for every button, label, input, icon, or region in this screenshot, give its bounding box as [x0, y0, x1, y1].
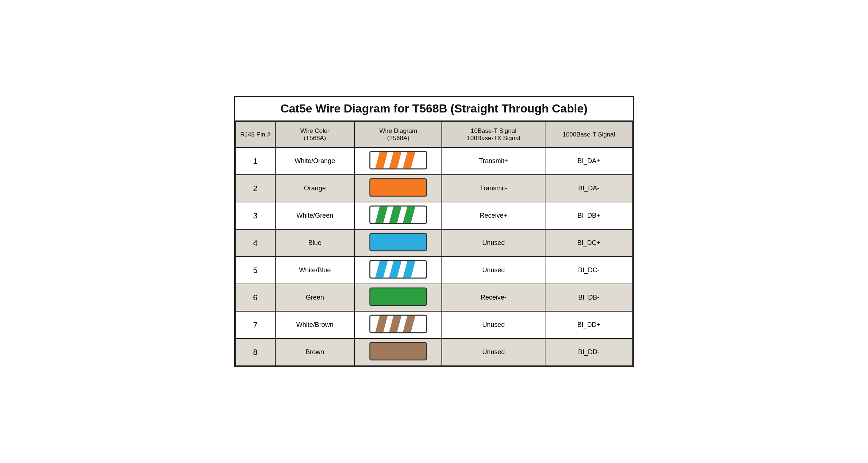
color-cell: Blue: [275, 229, 355, 257]
header-gig: 1000Base-T Signal: [545, 122, 632, 147]
signal-cell: Transmit-: [442, 175, 545, 202]
color-cell: White/Orange: [275, 147, 355, 175]
pin-cell: 1: [236, 147, 275, 175]
wire-diagram: [369, 260, 427, 279]
gig-signal-cell: BI_DB-: [545, 284, 632, 311]
gig-signal-cell: BI_DB+: [545, 202, 632, 229]
table-row: 7White/Brown UnusedBI_DD+: [236, 311, 633, 339]
wire-diagram: [369, 178, 427, 197]
pin-cell: 7: [236, 311, 275, 339]
wire-diagram: [369, 342, 427, 361]
color-cell: White/Blue: [275, 257, 355, 284]
signal-cell: Unused: [442, 229, 545, 257]
signal-cell: Receive-: [442, 284, 545, 311]
color-cell: White/Green: [275, 202, 355, 229]
wire-diagram: [369, 205, 427, 224]
svg-rect-27: [370, 343, 427, 360]
signal-cell: Transmit+: [442, 147, 545, 175]
signal-cell: Unused: [442, 257, 545, 284]
diagram-cell: [355, 147, 442, 175]
diagram-container: Cat5e Wire Diagram for T568B (Straight T…: [234, 96, 634, 367]
header-pin: RJ45 Pin #: [236, 122, 275, 147]
table-header-row: RJ45 Pin # Wire Color(T568A) Wire Diagra…: [236, 122, 633, 147]
gig-signal-cell: BI_DA+: [545, 147, 632, 175]
wire-diagram: [369, 151, 427, 170]
color-cell: Brown: [275, 339, 355, 366]
table-row: 1White/Orange Transmit+BI_DA+: [236, 147, 633, 175]
table-body: 1White/Orange Transmit+BI_DA+2Orange Tra…: [236, 147, 633, 366]
svg-rect-13: [370, 233, 427, 251]
signal-cell: Unused: [442, 311, 545, 339]
diagram-cell: [355, 202, 442, 229]
table-row: 5White/Blue UnusedBI_DC-: [236, 257, 633, 284]
table-row: 2Orange Transmit-BI_DA-: [236, 175, 633, 202]
table-row: 6Green Receive-BI_DB-: [236, 284, 633, 311]
wire-diagram: [369, 314, 427, 333]
diagram-cell: [355, 311, 442, 339]
diagram-cell: [355, 339, 442, 366]
diagram-cell: [355, 229, 442, 257]
diagram-cell: [355, 284, 442, 311]
color-cell: White/Brown: [275, 311, 355, 339]
wire-diagram: [369, 233, 427, 252]
table-row: 3White/Green Receive+BI_DB+: [236, 202, 633, 229]
wire-table: RJ45 Pin # Wire Color(T568A) Wire Diagra…: [235, 122, 633, 366]
color-cell: Green: [275, 284, 355, 311]
pin-cell: 8: [236, 339, 275, 366]
color-cell: Orange: [275, 175, 355, 202]
pin-cell: 6: [236, 284, 275, 311]
diagram-cell: [355, 257, 442, 284]
signal-cell: Unused: [442, 339, 545, 366]
gig-signal-cell: BI_DA-: [545, 175, 632, 202]
signal-cell: Receive+: [442, 202, 545, 229]
diagram-title: Cat5e Wire Diagram for T568B (Straight T…: [235, 97, 633, 122]
pin-cell: 4: [236, 229, 275, 257]
svg-rect-20: [370, 288, 427, 305]
table-row: 8Brown UnusedBI_DD-: [236, 339, 633, 366]
gig-signal-cell: BI_DD-: [545, 339, 632, 366]
pin-cell: 5: [236, 257, 275, 284]
pin-cell: 2: [236, 175, 275, 202]
gig-signal-cell: BI_DC-: [545, 257, 632, 284]
table-row: 4Blue UnusedBI_DC+: [236, 229, 633, 257]
pin-cell: 3: [236, 202, 275, 229]
svg-rect-6: [370, 179, 427, 196]
diagram-cell: [355, 175, 442, 202]
header-diagram: Wire Diagram(T568A): [355, 122, 442, 147]
gig-signal-cell: BI_DD+: [545, 311, 632, 339]
header-signal: 10Base-T Signal100Base-TX Signal: [442, 122, 545, 147]
wire-diagram: [369, 287, 427, 306]
gig-signal-cell: BI_DC+: [545, 229, 632, 257]
header-color: Wire Color(T568A): [275, 122, 355, 147]
